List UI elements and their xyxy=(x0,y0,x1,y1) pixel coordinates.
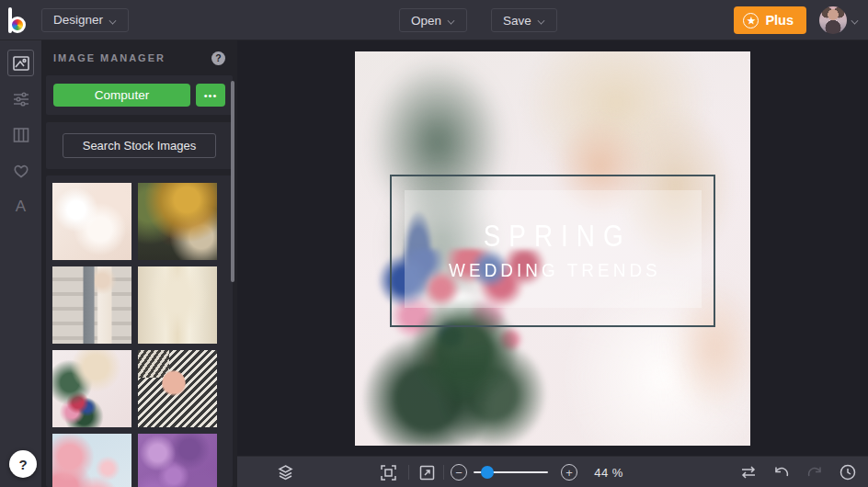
computer-upload-button[interactable]: Computer xyxy=(53,84,190,107)
redo-button[interactable] xyxy=(802,457,828,487)
designer-mode-dropdown[interactable]: Designer xyxy=(41,8,129,32)
zoom-percentage: 44 % xyxy=(588,457,629,487)
befunky-designer-app: Designer Open Save ★ Plus xyxy=(0,0,868,487)
layers-button[interactable] xyxy=(272,457,298,487)
design-canvas-photo[interactable]: SPRING WEDDING TRENDS xyxy=(355,51,750,446)
stock-image-list xyxy=(46,176,233,487)
tools-rail: A ? xyxy=(0,40,41,487)
befunky-logo-icon[interactable] xyxy=(8,7,30,33)
toolbar-divider xyxy=(443,465,444,480)
image-manager-panel: IMAGE MANAGER ? Computer ••• Search Stoc… xyxy=(41,40,237,487)
open-dropdown[interactable]: Open xyxy=(399,8,467,32)
text-tool-icon: A xyxy=(16,198,26,216)
redo-icon xyxy=(805,464,824,481)
panel-help-icon[interactable]: ? xyxy=(211,51,225,65)
logo-color-wheel xyxy=(9,17,26,33)
stock-image-thumbnail[interactable] xyxy=(138,266,217,344)
chevron-down-icon xyxy=(538,17,545,24)
overlay-subtitle: WEDDING TRENDS xyxy=(445,259,661,281)
sidebar-item-favorites[interactable] xyxy=(7,157,34,184)
upgrade-plus-button[interactable]: ★ Plus xyxy=(734,6,806,34)
canvas-workspace: SPRING WEDDING TRENDS xyxy=(237,40,868,456)
design-text-overlay[interactable]: SPRING WEDDING TRENDS xyxy=(405,190,702,308)
account-area: ★ Plus xyxy=(734,0,859,40)
sidebar-item-edit[interactable] xyxy=(7,85,34,112)
sidebar-item-layouts[interactable] xyxy=(7,121,34,148)
image-icon xyxy=(12,54,30,73)
file-actions: Open Save xyxy=(399,8,557,32)
heart-icon xyxy=(12,162,30,180)
stock-image-thumbnail[interactable] xyxy=(138,183,217,260)
save-label: Save xyxy=(503,14,531,28)
minus-icon: − xyxy=(451,464,467,481)
panel-scrollbar[interactable] xyxy=(231,81,234,282)
resize-arrow-icon xyxy=(418,464,436,481)
designer-mode-label: Designer xyxy=(53,13,103,27)
chevron-down-icon xyxy=(851,17,859,24)
panel-title: IMAGE MANAGER xyxy=(53,52,166,63)
stock-image-thumbnail[interactable] xyxy=(52,183,131,260)
stock-search-section: Search Stock Images xyxy=(46,122,233,169)
stock-image-thumbnail[interactable] xyxy=(138,350,217,427)
undo-icon xyxy=(772,464,791,481)
history-button[interactable] xyxy=(835,457,861,487)
resize-button[interactable] xyxy=(414,457,440,487)
open-label: Open xyxy=(411,14,441,28)
sidebar-item-text[interactable]: A xyxy=(7,193,34,220)
sidebar-item-image-manager[interactable] xyxy=(7,50,34,76)
stock-image-thumbnail[interactable] xyxy=(52,434,131,487)
chevron-down-icon xyxy=(448,17,455,24)
zoom-slider-track[interactable] xyxy=(474,471,548,473)
sliders-icon xyxy=(12,90,30,108)
top-bar: Designer Open Save ★ Plus xyxy=(0,0,868,40)
stock-image-thumbnail[interactable] xyxy=(52,350,131,427)
columns-icon xyxy=(12,126,30,144)
user-menu[interactable] xyxy=(819,6,859,34)
fit-screen-icon xyxy=(380,464,397,481)
help-button[interactable]: ? xyxy=(9,450,37,478)
user-avatar xyxy=(819,6,847,34)
compare-button[interactable] xyxy=(736,457,761,487)
compare-arrows-icon xyxy=(739,464,758,481)
plus-icon: + xyxy=(561,464,577,481)
zoom-slider-thumb[interactable] xyxy=(481,466,494,479)
plus-label: Plus xyxy=(765,13,794,28)
panel-header: IMAGE MANAGER ? xyxy=(41,40,237,75)
chevron-down-icon xyxy=(109,17,117,24)
stock-image-thumbnail[interactable] xyxy=(138,434,217,487)
overlay-title: SPRING xyxy=(474,218,631,254)
stock-image-thumbnail[interactable] xyxy=(52,266,131,344)
more-sources-button[interactable]: ••• xyxy=(196,84,225,107)
bottom-toolbar: − + 44 % xyxy=(237,456,868,487)
history-clock-icon xyxy=(839,463,857,481)
toolbar-divider xyxy=(408,465,409,480)
star-icon: ★ xyxy=(743,13,759,28)
save-dropdown[interactable]: Save xyxy=(491,8,557,32)
fit-to-screen-button[interactable] xyxy=(375,457,401,487)
zoom-out-button[interactable]: − xyxy=(449,457,469,487)
search-stock-images-button[interactable]: Search Stock Images xyxy=(63,133,216,158)
undo-button[interactable] xyxy=(769,457,794,487)
zoom-in-button[interactable]: + xyxy=(559,457,579,487)
layers-icon xyxy=(276,463,295,482)
upload-section: Computer ••• xyxy=(46,75,233,115)
